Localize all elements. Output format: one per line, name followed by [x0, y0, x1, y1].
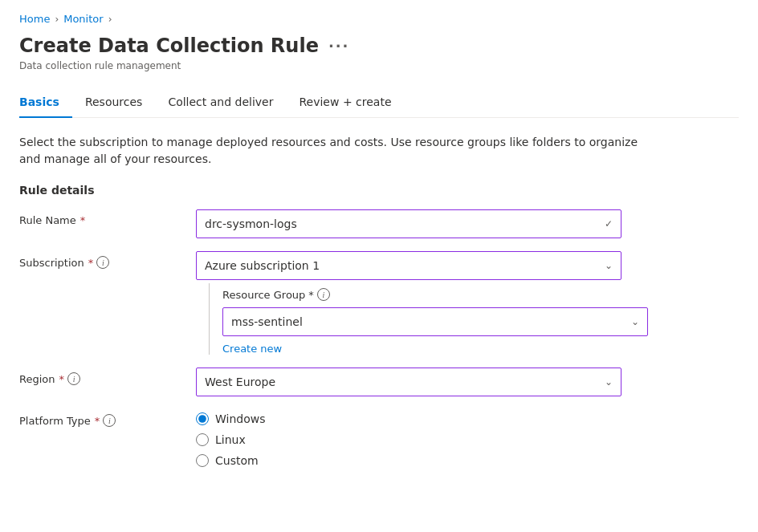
rule-name-value: drc-sysmon-logs — [205, 217, 297, 230]
indent-line — [209, 283, 210, 355]
section-heading: Rule details — [19, 184, 710, 197]
radio-linux-label: Linux — [215, 433, 246, 446]
resource-group-chevron-icon: ⌄ — [631, 316, 639, 327]
platform-type-radio-group: Windows Linux Custom — [196, 409, 710, 467]
breadcrumb-monitor[interactable]: Monitor — [63, 13, 103, 25]
radio-linux[interactable]: Linux — [196, 433, 710, 446]
region-info-icon[interactable]: i — [67, 372, 80, 385]
radio-windows-label: Windows — [215, 412, 266, 425]
radio-windows-input[interactable] — [196, 412, 209, 425]
resource-group-value: mss-sentinel — [231, 315, 303, 328]
breadcrumb-home[interactable]: Home — [19, 13, 50, 25]
tab-bar: Basics Resources Collect and deliver Rev… — [19, 87, 739, 118]
tab-basics[interactable]: Basics — [19, 87, 72, 118]
subscription-required: * — [88, 257, 94, 269]
breadcrumb-separator2: › — [108, 14, 112, 25]
region-chevron-icon: ⌄ — [605, 376, 613, 388]
rule-name-chevron-icon: ✓ — [605, 218, 613, 229]
platform-type-label: Platform Type * i — [19, 409, 196, 427]
subscription-label: Subscription * i — [19, 251, 196, 269]
region-required: * — [59, 373, 65, 385]
page-subtitle: Data collection rule management — [19, 60, 739, 71]
radio-custom-label: Custom — [215, 454, 259, 467]
subscription-group: Azure subscription 1 ⌄ Resource Group * … — [196, 251, 710, 355]
region-dropdown[interactable]: West Europe ⌄ — [196, 368, 621, 396]
subscription-chevron-icon: ⌄ — [605, 260, 613, 271]
breadcrumb-separator1: › — [55, 14, 59, 25]
resource-group-info-icon[interactable]: i — [317, 288, 330, 301]
resource-group-required: * — [308, 289, 314, 301]
subscription-row: Subscription * i Azure subscription 1 ⌄ … — [19, 251, 710, 355]
page-title: Create Data Collection Rule — [19, 35, 319, 57]
tab-resources[interactable]: Resources — [72, 87, 156, 118]
form-section: Rule details Rule Name * drc-sysmon-logs… — [19, 184, 710, 467]
subscription-value: Azure subscription 1 — [205, 259, 320, 272]
breadcrumb: Home › Monitor › — [19, 13, 739, 25]
subscription-info-icon[interactable]: i — [96, 256, 109, 269]
create-new-link[interactable]: Create new — [222, 343, 710, 355]
rule-name-row: Rule Name * drc-sysmon-logs ✓ — [19, 209, 710, 238]
tab-review-create[interactable]: Review + create — [286, 87, 404, 118]
region-label: Region * i — [19, 368, 196, 385]
rule-name-required: * — [80, 214, 86, 226]
region-value: West Europe — [205, 376, 275, 388]
radio-windows[interactable]: Windows — [196, 412, 710, 425]
rule-name-label: Rule Name * — [19, 209, 196, 226]
platform-type-row: Platform Type * i Windows Linux Custom — [19, 409, 710, 467]
subscription-dropdown[interactable]: Azure subscription 1 ⌄ — [196, 251, 621, 280]
subscription-indent: Resource Group * i mss-sentinel ⌄ Create… — [196, 283, 710, 355]
resource-group-label: Resource Group * i — [222, 283, 710, 301]
page-ellipsis-menu[interactable]: ··· — [328, 38, 350, 55]
radio-custom[interactable]: Custom — [196, 454, 710, 467]
platform-type-required: * — [95, 415, 100, 427]
platform-type-info-icon[interactable]: i — [103, 414, 116, 427]
resource-group-content: Resource Group * i mss-sentinel ⌄ Create… — [222, 283, 710, 355]
resource-group-dropdown[interactable]: mss-sentinel ⌄ — [222, 307, 648, 336]
form-description: Select the subscription to manage deploy… — [19, 134, 662, 168]
tab-collect-deliver[interactable]: Collect and deliver — [155, 87, 286, 118]
radio-linux-input[interactable] — [196, 433, 209, 446]
region-row: Region * i West Europe ⌄ — [19, 368, 710, 396]
rule-name-dropdown[interactable]: drc-sysmon-logs ✓ — [196, 209, 621, 238]
page-title-container: Create Data Collection Rule ··· — [19, 35, 739, 57]
radio-custom-input[interactable] — [196, 454, 209, 467]
